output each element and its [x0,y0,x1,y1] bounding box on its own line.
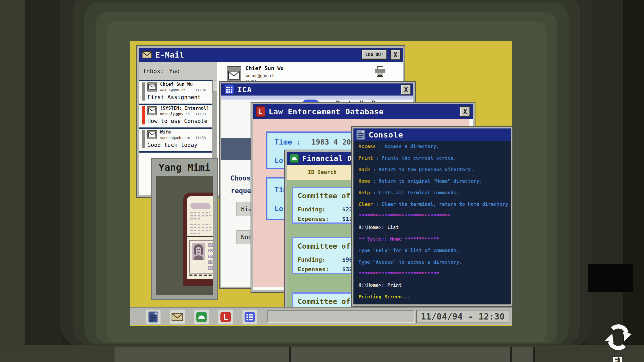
passport-text-line [190,224,210,225]
logout-button[interactable]: LOG OUT [362,50,387,59]
passport-text-line [190,230,211,231]
email-window-title: E-Mail [155,51,184,59]
bezel-left-band [0,0,25,362]
console-titlebar[interactable]: Console [353,128,511,141]
law-close-button[interactable]: X [460,107,470,116]
law-icon: L [256,106,265,117]
email-close-button[interactable]: X [391,50,400,60]
clock-text: 11/04/94 - 12:30 [421,312,505,322]
envelope-icon [147,106,157,116]
id-box: NA D.O SE P.O NO [189,240,213,274]
console-line: Home : Return to original "Home" directo… [358,178,508,190]
console-line: Type "Help" for a list of commands. [358,248,508,259]
mail-list-item[interactable]: Chief Sun Wu wusun@gov.ch 11/04 First As… [139,81,212,104]
inbox-label: Inbox: [143,68,164,74]
console-line: **************************** [358,271,508,282]
law-titlebar[interactable]: L Law Enforcement Database X [253,104,473,119]
mail-date: 11/03 [195,112,206,116]
portrait-photo [192,243,205,261]
passport-pages: NA D.O SE P.O NO [187,196,213,279]
photo-window-title: Yang Mimi [152,159,217,173]
console-line: Access : Access a directory. [358,144,508,155]
passport-field-label: NO [208,266,213,270]
console-line: Printing Screen... [358,294,508,301]
desk-band-inner [114,347,533,362]
mail-list-item[interactable]: [SYSTEM: Internal] noreply@gov.ch 11/03 … [139,105,212,127]
ica-icon [224,85,234,94]
console-body[interactable]: Access : Access a directory.Print : Prin… [353,141,508,301]
svg-text:L: L [259,108,263,116]
refresh-icon[interactable] [601,323,636,353]
taskbar-tray-inset [267,310,415,323]
passport-field-label: NA [208,243,213,247]
console-icon [356,130,365,140]
email-titlebar[interactable]: E-Mail LOG OUT X [139,48,403,62]
taskbar-law-button[interactable]: L [218,310,233,324]
desk-object [588,264,633,292]
console-line: Clear : Clear the terminal, return to ho… [358,201,508,213]
game-screen: Fl E-Mail LOG OUT X Inbox: Yao [0,0,644,362]
console-line: ** System: Home ************ [358,236,508,248]
mail-date: 11/03 [195,136,206,140]
console-line: Type "Access" to access a directory. [358,259,508,271]
mail-sender: Wife [160,129,171,134]
scrollbar-thumb[interactable] [212,80,217,92]
email-icon [142,51,152,59]
divider [139,151,212,153]
taskbar-financial-button[interactable] [194,310,209,324]
passport[interactable]: NA D.O SE P.O NO [183,193,213,286]
taskbar-clock: 11/04/94 - 12:30 [416,310,509,323]
desk-seam [289,347,291,362]
ica-choose-line1: Choos [230,174,251,182]
mail-subject: Good luck today [147,142,197,148]
ica-titlebar[interactable]: ICA X [221,83,413,96]
ica-subbar [221,96,413,100]
reading-sender: Chief Sun Wu [246,65,284,71]
law-window-title: Law Enforcement Database [269,107,384,116]
passport-text-line [190,212,210,213]
passport-text-line [190,227,212,228]
bezel-right-band2 [623,0,644,362]
console-line: H:\Home>: List [358,224,508,236]
passport-text-line [190,218,200,219]
mail-sender: [SYSTEM: Internal] [160,105,209,111]
ica-slate-block [221,138,252,160]
mail-status-bar [142,130,145,148]
passport-text-line [190,215,211,216]
financial-icon [290,154,299,163]
taskbar-console-button[interactable] [146,310,160,324]
mail-status-bar [142,82,145,101]
ica-choose-line2: reque [231,187,251,195]
svg-text:L: L [223,313,228,322]
mail-subject: First Assignment [147,94,201,100]
mail-address: noreply@gov.ch [160,112,190,116]
envelope-icon [147,82,157,93]
console-window: Console Access : Access a directory.Prin… [352,127,512,306]
taskbar-ica-button[interactable] [243,310,257,324]
mail-subject: How to use Console [147,118,207,124]
ica-window-title: ICA [237,85,252,94]
passport-field-label: SE [208,255,213,258]
print-icon[interactable] [375,66,386,78]
taskbar-email-button[interactable] [170,310,185,324]
bezel-left-band2 [25,0,62,362]
ica-close-button[interactable]: X [401,85,411,95]
id-search-tab[interactable]: ID Search [308,169,337,175]
time-value: 1983 4 20 [311,138,351,146]
photo-content: NA D.O SE P.O NO [156,176,213,295]
passport-mrz-line [189,275,213,276]
mail-sender: Chief Sun Wu [160,81,193,87]
mail-date: 11/04 [195,88,206,92]
reading-address: wusun@gov.ch [246,73,275,78]
time-label: Time : [274,138,301,146]
mail-address: wusun@gov.ch [160,88,185,92]
passport-field-label: D.O [208,249,213,252]
console-line: Back : Return to the previous directory. [358,167,508,178]
mail-list-item[interactable]: Wife sueban@web.com 11/03 Good luck toda… [139,129,212,151]
bottom-right-partial-label: Fl [612,355,624,362]
photo-window[interactable]: Yang Mimi [151,158,218,300]
console-line: Help : Lists all terminal commands. [358,190,508,201]
console-line: H:\Home>: Print [358,282,508,294]
mail-status-bar [142,106,145,124]
console-line: ******************************** [358,213,508,224]
